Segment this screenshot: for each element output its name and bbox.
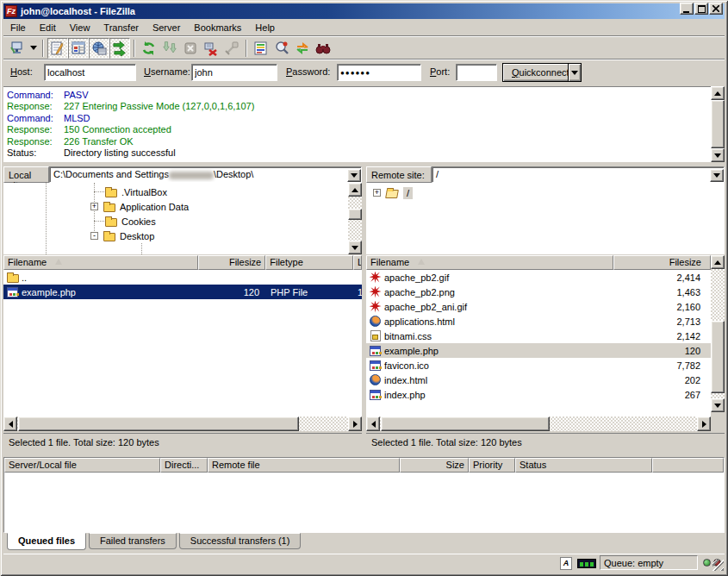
column-header-filename[interactable]: Filename [3,255,198,270]
local-tree-scrollbar[interactable] [348,183,362,254]
scrollbar-thumb[interactable] [18,416,299,431]
expand-plus-icon[interactable]: + [90,203,98,210]
collapse-minus-icon[interactable]: - [90,232,98,240]
column-header-status[interactable]: Status [515,458,652,473]
tree-item-cookies[interactable]: Cookies [105,214,156,229]
file-row-selected[interactable]: example.php 120 [366,343,711,358]
directory-filter-button[interactable] [251,38,271,59]
column-header-priority[interactable]: Priority [469,458,515,473]
transfer-type-indicator[interactable]: A [560,557,572,570]
file-row[interactable]: apache_pb2.png 1,463 [366,285,711,299]
password-input[interactable] [337,64,421,81]
file-row[interactable]: index.html 202 [366,373,711,387]
local-site-combobox[interactable]: C:\Documents and Settings\Desktop\ [49,166,362,183]
scroll-left-button[interactable] [366,416,380,431]
local-site-dropdown-button[interactable] [347,169,361,182]
remote-directory-tree[interactable]: + / [366,183,725,254]
expand-plus-icon[interactable]: + [373,189,381,197]
column-header-filesize[interactable]: Filesize [613,255,711,270]
column-header-filename[interactable]: Filename [366,255,613,270]
column-header-server-local-file[interactable]: Server/Local file [4,458,160,473]
synchronized-browsing-button[interactable] [292,38,313,59]
tab-queued-files[interactable]: Queued files [7,533,86,550]
column-header-filesize[interactable]: Filesize [198,255,265,270]
remote-site-dropdown-button[interactable] [710,169,724,182]
file-row[interactable]: favicon.ico 7,782 [366,358,711,373]
remote-list-hscrollbar[interactable] [366,416,711,431]
scroll-right-button[interactable] [697,416,711,431]
file-row[interactable]: applications.html 2,713 [366,314,711,329]
maximize-button[interactable] [694,3,708,15]
menu-edit[interactable]: Edit [33,21,63,34]
host-input[interactable] [44,64,136,81]
toggle-local-tree-button[interactable] [68,38,89,59]
reconnect-button[interactable] [221,38,242,59]
menu-transfer[interactable]: Transfer [96,21,146,34]
disconnect-button[interactable] [201,38,221,59]
menu-help[interactable]: Help [248,21,282,34]
remote-site-combobox[interactable]: / [432,166,725,183]
local-directory-tree[interactable]: .VirtualBox + Application Data Cookies -… [3,183,348,254]
toggle-transfer-queue-button[interactable] [109,38,130,59]
log-scrollbar[interactable] [711,86,725,162]
scrollbar-thumb[interactable] [381,416,550,431]
scroll-up-button[interactable] [711,86,725,100]
username-input[interactable] [191,64,277,81]
toggle-remote-tree-button[interactable] [89,38,109,59]
tree-item-root[interactable]: + / [373,185,413,200]
close-button[interactable] [709,3,723,15]
file-row[interactable]: apache_pb2_ani.gif 2,160 [366,299,711,314]
remote-file-list[interactable]: apache_pb2.gif 2,414 apache_pb2.png 1,46… [366,270,711,416]
scroll-down-button[interactable] [711,148,725,162]
column-header-filetype[interactable]: Filetype [265,255,353,270]
queue-size-panel: Queue: empty [600,555,698,570]
quickconnect-dropdown-button[interactable] [568,63,582,82]
speed-limits-indicator[interactable] [577,559,596,568]
tree-item-virtualbox[interactable]: .VirtualBox [105,185,167,199]
file-row[interactable]: bitnami.css 2,142 [366,329,711,343]
scroll-up-button[interactable] [711,255,725,269]
scroll-down-button[interactable] [348,241,362,254]
scroll-left-button[interactable] [3,416,17,431]
local-list-hscrollbar[interactable] [3,416,362,431]
scroll-down-button[interactable] [711,398,725,412]
scrollbar-thumb[interactable] [711,321,725,393]
resize-grip[interactable] [712,560,724,571]
refresh-button[interactable] [139,38,159,59]
scrollbar-thumb[interactable] [711,100,725,148]
remote-list-vscrollbar[interactable] [711,255,725,412]
message-log[interactable]: Command:PASV Response:227 Entering Passi… [3,86,711,162]
site-manager-button[interactable] [7,38,28,59]
tab-failed-transfers[interactable]: Failed transfers [89,533,177,549]
compare-directories-button[interactable] [271,38,292,59]
column-header-direction[interactable]: Directi... [160,458,208,473]
tree-item-desktop[interactable]: - Desktop [90,229,154,243]
file-row-example-php[interactable]: example.php 120 PHP File 1 [3,285,362,299]
arrow-down-icon [714,153,721,158]
scrollbar-thumb[interactable] [348,209,362,220]
file-row[interactable]: apache_pb2.gif 2,414 [366,270,711,285]
tree-item-application-data[interactable]: + Application Data [90,199,189,214]
column-header-size[interactable]: Size [400,458,469,473]
menu-server[interactable]: Server [146,21,187,34]
toggle-message-log-button[interactable] [47,38,68,59]
menu-bookmarks[interactable]: Bookmarks [187,21,248,34]
column-header-remote-file[interactable]: Remote file [208,458,400,473]
tab-successful-transfers[interactable]: Successful transfers (1) [179,533,302,549]
menu-view[interactable]: View [63,21,97,34]
title-bar[interactable]: Fz john@localhost - FileZilla [3,3,725,19]
file-row-parent-dir[interactable]: .. [3,270,362,285]
process-queue-button[interactable] [159,38,180,59]
find-files-button[interactable] [313,38,333,59]
site-manager-dropdown-button[interactable] [28,38,39,59]
cancel-operation-button[interactable] [180,38,201,59]
scroll-right-button[interactable] [348,416,362,431]
scroll-up-button[interactable] [348,183,362,197]
menu-file[interactable]: File [3,21,33,34]
file-row[interactable]: index.php 267 [366,387,711,402]
column-header-last-modified[interactable]: L [353,255,362,270]
arrow-right-icon [353,421,358,428]
port-input[interactable] [456,64,497,81]
local-file-list[interactable]: .. example.php 120 PHP File 1 [3,270,362,416]
minimize-button[interactable] [680,3,694,15]
